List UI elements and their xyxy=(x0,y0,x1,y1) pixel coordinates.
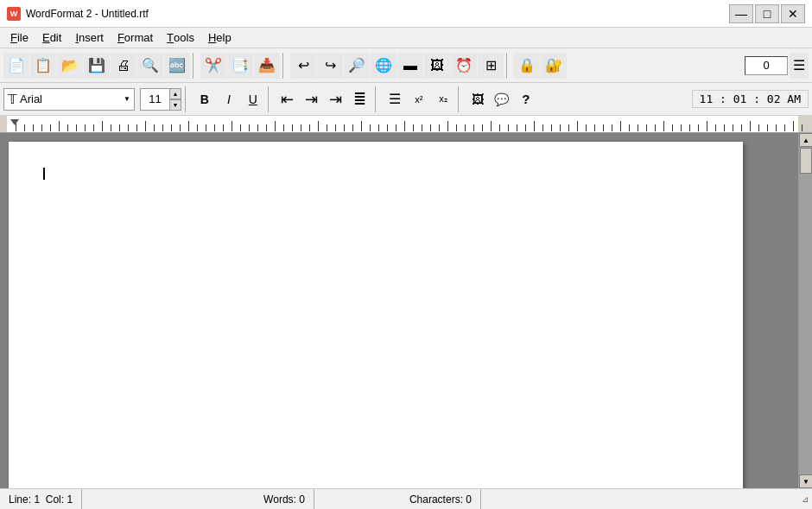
maximize-button[interactable]: □ xyxy=(755,4,779,23)
fmt-separator-1 xyxy=(185,86,190,112)
chars-label: Characters: xyxy=(409,493,463,506)
save-button[interactable]: 💾 xyxy=(84,53,110,79)
vertical-scrollbar[interactable]: ▲ ▼ xyxy=(798,133,812,488)
table-button[interactable]: ⊞ xyxy=(478,53,504,79)
align-justify-button[interactable]: ≣ xyxy=(349,88,371,111)
font-dropdown-icon: ▼ xyxy=(124,95,130,103)
window-controls: — □ ✕ xyxy=(729,4,805,23)
toolbar-main: 📄 📋 📂 💾 🖨 🔍 🔤 ✂️ 📑 📥 ↩ ↪ 🔎 🌐 ▬ 🖼 ⏰ ⊞ 🔒 🔐… xyxy=(0,48,812,83)
textbox-button[interactable]: ▬ xyxy=(397,53,423,79)
align-left-button[interactable]: ⇤ xyxy=(276,88,299,111)
close-button[interactable]: ✕ xyxy=(781,4,805,23)
indent-marker[interactable] xyxy=(10,119,19,125)
font-size-up[interactable]: ▲ xyxy=(169,88,181,99)
font-size-down[interactable]: ▼ xyxy=(169,99,181,111)
italic-button[interactable]: I xyxy=(218,88,240,111)
font-selector[interactable]: 𝕋 Arial ▼ xyxy=(3,88,135,111)
preview-button[interactable]: 🔍 xyxy=(137,53,163,79)
fmt-separator-2 xyxy=(268,86,273,112)
image-button[interactable]: 🖼 xyxy=(424,53,450,79)
ruler-area xyxy=(7,116,798,132)
scroll-track[interactable] xyxy=(799,147,812,474)
scroll-thumb[interactable] xyxy=(800,148,812,174)
chars-value: 0 xyxy=(466,493,472,506)
image-button2[interactable]: 🖼 xyxy=(466,88,489,111)
toolbar-separator-1 xyxy=(193,53,198,79)
document-content xyxy=(0,133,798,488)
font-size-arrows: ▲ ▼ xyxy=(169,88,181,111)
status-bar: Line: 1 Col: 1 Words: 0 Characters: 0 ⊿ xyxy=(0,488,812,509)
document-page[interactable] xyxy=(9,142,743,488)
toolbar-right: 0 ☰ xyxy=(745,53,809,79)
font-size-control: ▲ ▼ xyxy=(140,88,181,111)
spell-button[interactable]: 🔤 xyxy=(164,53,190,79)
fmt-separator-3 xyxy=(375,86,380,112)
fmt-separator-4 xyxy=(458,86,463,112)
clock-button[interactable]: ⏰ xyxy=(451,53,477,79)
line-status: Line: 1 Col: 1 xyxy=(0,489,82,509)
toolbar-separator-2 xyxy=(282,53,288,79)
underline-button[interactable]: U xyxy=(242,88,264,111)
scroll-up-button[interactable]: ▲ xyxy=(799,133,812,147)
new-button[interactable]: 📄 xyxy=(3,53,29,79)
print-button[interactable]: 🖨 xyxy=(111,53,136,79)
lock2-button[interactable]: 🔐 xyxy=(541,53,567,79)
undo-button[interactable]: ↩ xyxy=(290,53,316,79)
title-bar: W WordFormat 2 - Untitled.rtf — □ ✕ xyxy=(0,0,812,28)
counter-box: 0 xyxy=(745,56,788,75)
document-area: ▲ ▼ xyxy=(0,133,812,488)
find-button[interactable]: 🔎 xyxy=(344,53,370,79)
superscript-button[interactable]: x² xyxy=(408,88,430,111)
chars-status: Characters: 0 xyxy=(401,489,481,509)
scroll-down-button[interactable]: ▼ xyxy=(799,474,812,488)
replace-button[interactable]: 🌐 xyxy=(371,53,396,79)
bold-button[interactable]: B xyxy=(193,88,216,111)
align-right-button[interactable]: ⇥ xyxy=(325,88,347,111)
menu-bar: File Edit Insert Format Tools Help xyxy=(0,28,812,48)
col-label: Col: xyxy=(46,493,64,506)
copy-button[interactable]: 📑 xyxy=(227,53,253,79)
counter-icon[interactable]: ☰ xyxy=(790,53,809,79)
time-display: 11 : 01 : 02 AM xyxy=(692,90,809,108)
words-value: 0 xyxy=(299,493,305,506)
words-label: Words: xyxy=(263,493,296,506)
menu-insert[interactable]: Insert xyxy=(68,28,111,48)
list-button[interactable]: ☰ xyxy=(384,88,406,111)
redo-button[interactable]: ↪ xyxy=(317,53,343,79)
col-value: 1 xyxy=(67,493,73,506)
lock1-button[interactable]: 🔒 xyxy=(514,53,540,79)
subscript-button[interactable]: x₂ xyxy=(432,88,454,111)
help-button[interactable]: ? xyxy=(515,88,537,111)
menu-format[interactable]: Format xyxy=(111,28,160,48)
toolbar-format: 𝕋 Arial ▼ ▲ ▼ B I U ⇤ ⇥ ⇥ ≣ ☰ x² x₂ 🖼 💬 … xyxy=(0,83,812,116)
comment-button[interactable]: 💬 xyxy=(491,88,513,111)
window-title: WordFormat 2 - Untitled.rtf xyxy=(26,8,149,20)
app-icon: W xyxy=(7,7,21,21)
resize-grip[interactable]: ⊿ xyxy=(798,493,812,506)
ruler xyxy=(0,116,812,133)
line-label: Line: xyxy=(9,493,31,506)
line-value: 1 xyxy=(34,493,40,506)
menu-file[interactable]: File xyxy=(3,28,35,48)
open-button[interactable]: 📂 xyxy=(57,53,83,79)
toolbar-separator-3 xyxy=(506,53,511,79)
menu-edit[interactable]: Edit xyxy=(35,28,68,48)
cut-button[interactable]: ✂️ xyxy=(200,53,226,79)
font-name: Arial xyxy=(20,92,124,105)
paste-button[interactable]: 📥 xyxy=(254,53,280,79)
text-cursor xyxy=(43,168,45,180)
copy-page-button[interactable]: 📋 xyxy=(30,53,56,79)
title-left: W WordFormat 2 - Untitled.rtf xyxy=(7,7,149,21)
menu-help[interactable]: Help xyxy=(201,28,238,48)
align-center-button[interactable]: ⇥ xyxy=(301,88,323,111)
menu-tools[interactable]: Tools xyxy=(160,28,201,48)
words-status: Words: 0 xyxy=(255,489,314,509)
font-icon: 𝕋 xyxy=(8,92,17,107)
minimize-button[interactable]: — xyxy=(729,4,753,23)
font-size-input[interactable] xyxy=(140,88,170,111)
